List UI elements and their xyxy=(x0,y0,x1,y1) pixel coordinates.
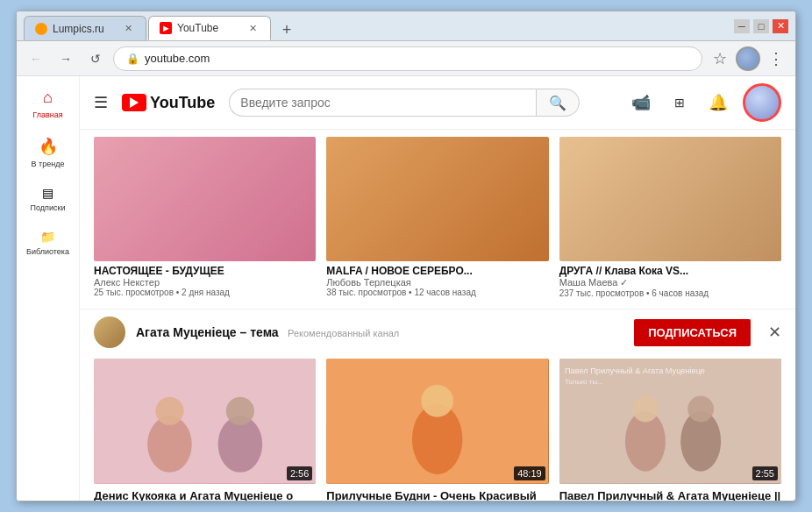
video-duration-3: 2:55 xyxy=(752,466,778,480)
video-duration-2: 48:19 xyxy=(514,466,545,480)
prev-videos-section: НАСТОЯЩЕЕ - БУДУЩЕЕ Алекс Некстер 25 тыс… xyxy=(80,130,795,309)
prev-meta-2: MALFA / НОВОЕ СЕРЕБРО... Любовь Терлецка… xyxy=(326,261,548,301)
sidebar-item-library[interactable]: 📁 Библиотека xyxy=(17,221,79,265)
user-avatar[interactable] xyxy=(743,83,781,122)
titlebar: Lumpics.ru ✕ ▶ YouTube ✕ + ─ □ ✕ xyxy=(17,11,795,41)
yt-logo-text: YouTube xyxy=(150,94,215,112)
yt-main-feed: ☰ YouTube 🔍 📹 ⊞ 🔔 xyxy=(80,76,795,501)
video-meta-1: Денис Кукояка и Агата Муценіеце о любви … xyxy=(94,484,316,501)
sidebar-label-subscriptions: Подписки xyxy=(31,203,66,212)
home-icon: ⌂ xyxy=(43,89,53,107)
video-card-2[interactable]: 48:19 Прилучные Будни - Очень Красивый В… xyxy=(326,359,548,501)
prev-thumb-2 xyxy=(326,137,548,261)
yt-sidebar: ⌂ Главная 🔥 В тренде ▤ Подписки 📁 Библио… xyxy=(17,76,80,501)
tab-close-youtube[interactable]: ✕ xyxy=(246,21,260,35)
sidebar-item-subscriptions[interactable]: ▤ Подписки xyxy=(17,177,79,221)
video-title-1: Денис Кукояка и Агата Муценіеце о любви xyxy=(94,489,316,501)
thumb-image-1 xyxy=(94,359,316,483)
video-title-3: Павел Прилучный & Агата Муценіеце || Тол… xyxy=(559,489,781,501)
prev-stats-1: 25 тыс. просмотров • 2 дня назад xyxy=(94,288,316,297)
recommended-channel-header: Агата Муценіеце – тема Рекомендованный к… xyxy=(80,309,795,352)
subscribe-button[interactable]: ПОДПИСАТЬСЯ xyxy=(634,319,751,346)
svg-point-12 xyxy=(687,396,714,423)
tab-label-lumpics: Lumpics.ru xyxy=(53,23,104,35)
sidebar-label-trending: В тренде xyxy=(32,160,65,168)
chrome-user-icon[interactable] xyxy=(736,46,760,71)
tab-label-youtube: YouTube xyxy=(177,22,218,34)
search-input[interactable] xyxy=(229,89,536,117)
video-duration-1: 2:56 xyxy=(287,466,312,480)
tab-favicon-youtube: ▶ xyxy=(160,22,172,34)
yt-logo-icon xyxy=(122,94,146,111)
subscriptions-icon: ▤ xyxy=(42,186,53,200)
address-right-icons: ☆ ⋮ xyxy=(708,46,788,71)
prev-title-1: НАСТОЯЩЕЕ - БУДУЩЕЕ xyxy=(94,265,316,277)
refresh-button[interactable]: ↺ xyxy=(83,46,108,71)
prev-video-card-1[interactable]: НАСТОЯЩЕЕ - БУДУЩЕЕ Алекс Некстер 25 тыс… xyxy=(94,137,316,302)
video-meta-3: Павел Прилучный & Агата Муценіеце || Тол… xyxy=(559,484,781,501)
library-icon: 📁 xyxy=(40,230,55,244)
prev-stats-2: 38 тыс. просмотров • 12 часов назад xyxy=(326,288,548,297)
trending-icon: 🔥 xyxy=(39,137,58,156)
back-button[interactable]: ← xyxy=(24,46,48,71)
tab-bar: Lumpics.ru ✕ ▶ YouTube ✕ + xyxy=(24,11,734,40)
prev-video-card-2[interactable]: MALFA / НОВОЕ СЕРЕБРО... Любовь Терлецка… xyxy=(326,137,548,302)
tab-youtube[interactable]: ▶ YouTube ✕ xyxy=(148,16,271,40)
camera-icon[interactable]: 📹 xyxy=(627,89,655,117)
prev-meta-3: ДРУГА // Клава Кока VS... Маша Маева ✓ 2… xyxy=(559,261,781,302)
svg-rect-0 xyxy=(94,359,316,483)
video-thumb-2: 48:19 xyxy=(326,359,548,483)
channel-badge: Рекомендованный канал xyxy=(288,328,399,338)
svg-point-10 xyxy=(632,396,659,423)
hamburger-menu-button[interactable]: ☰ xyxy=(94,93,108,112)
thumb-image-3: Павел Прилучный & Агата Муценіеце Только… xyxy=(559,359,781,483)
svg-point-7 xyxy=(422,385,454,417)
video-card-3[interactable]: Павел Прилучный & Агата Муценіеце Только… xyxy=(559,359,781,501)
apps-grid-icon[interactable]: ⊞ xyxy=(666,89,694,117)
prev-thumb-1 xyxy=(94,137,316,261)
browser-window: Lumpics.ru ✕ ▶ YouTube ✕ + ─ □ ✕ ← → ↺ 🔒 xyxy=(16,11,796,501)
sidebar-item-trending[interactable]: 🔥 В тренде xyxy=(17,128,79,177)
youtube-content: ⌂ Главная 🔥 В тренде ▤ Подписки 📁 Библио… xyxy=(17,76,795,501)
prev-channel-1: Алекс Некстер xyxy=(94,277,316,288)
window-controls: ─ □ ✕ xyxy=(734,19,788,33)
lock-icon: 🔒 xyxy=(126,53,139,65)
sidebar-label-home: Главная xyxy=(32,110,62,119)
tab-lumpics[interactable]: Lumpics.ru ✕ xyxy=(24,16,146,40)
thumb-image-2 xyxy=(326,359,548,483)
yt-header-right: 📹 ⊞ 🔔 xyxy=(627,83,781,122)
close-button[interactable]: ✕ xyxy=(773,19,788,33)
video-meta-2: Прилучные Будни - Очень Красивый Влог Ag… xyxy=(326,484,548,501)
close-section-button[interactable]: ✕ xyxy=(768,323,781,342)
sidebar-label-library: Библиотека xyxy=(26,247,69,256)
bookmark-icon[interactable]: ☆ xyxy=(708,46,732,71)
yt-search-bar: 🔍 xyxy=(229,89,580,117)
channel-name: Агата Муценіеце – тема xyxy=(136,325,279,339)
prev-thumb-3 xyxy=(559,137,781,261)
svg-point-2 xyxy=(155,397,183,425)
forward-button[interactable]: → xyxy=(53,46,78,71)
chrome-menu-icon[interactable]: ⋮ xyxy=(764,46,788,71)
sidebar-item-home[interactable]: ⌂ Главная xyxy=(17,80,79,128)
svg-point-4 xyxy=(226,397,254,425)
video-grid: 2:56 Денис Кукояка и Агата Муценіеце о л… xyxy=(80,352,795,501)
address-bar[interactable]: 🔒 youtube.com xyxy=(113,46,702,71)
yt-logo[interactable]: YouTube xyxy=(122,94,215,112)
video-card-1[interactable]: 2:56 Денис Кукояка и Агата Муценіеце о л… xyxy=(94,359,316,501)
prev-video-card-3[interactable]: ДРУГА // Клава Кока VS... Маша Маева ✓ 2… xyxy=(559,137,781,302)
minimize-button[interactable]: ─ xyxy=(734,19,750,33)
video-title-2: Прилучные Будни - Очень Красивый Влог xyxy=(326,489,548,501)
tab-close-lumpics[interactable]: ✕ xyxy=(121,22,135,36)
video-thumb-1: 2:56 xyxy=(94,359,316,483)
video-thumb-3: Павел Прилучный & Агата Муценіеце Только… xyxy=(559,359,781,483)
tab-favicon-lumpics xyxy=(35,23,47,35)
svg-text:Только ты...: Только ты... xyxy=(565,378,603,386)
maximize-button[interactable]: □ xyxy=(753,19,769,33)
svg-text:Павел Прилучный & Агата Муцені: Павел Прилучный & Агата Муценіеце xyxy=(565,367,705,376)
prev-channel-3: Маша Маева ✓ xyxy=(559,277,781,288)
prev-title-2: MALFA / НОВОЕ СЕРЕБРО... xyxy=(326,265,548,277)
search-button[interactable]: 🔍 xyxy=(536,89,580,117)
bell-icon[interactable]: 🔔 xyxy=(704,89,732,117)
new-tab-button[interactable]: + xyxy=(276,19,297,40)
channel-info: Агата Муценіеце – тема Рекомендованный к… xyxy=(136,324,623,340)
